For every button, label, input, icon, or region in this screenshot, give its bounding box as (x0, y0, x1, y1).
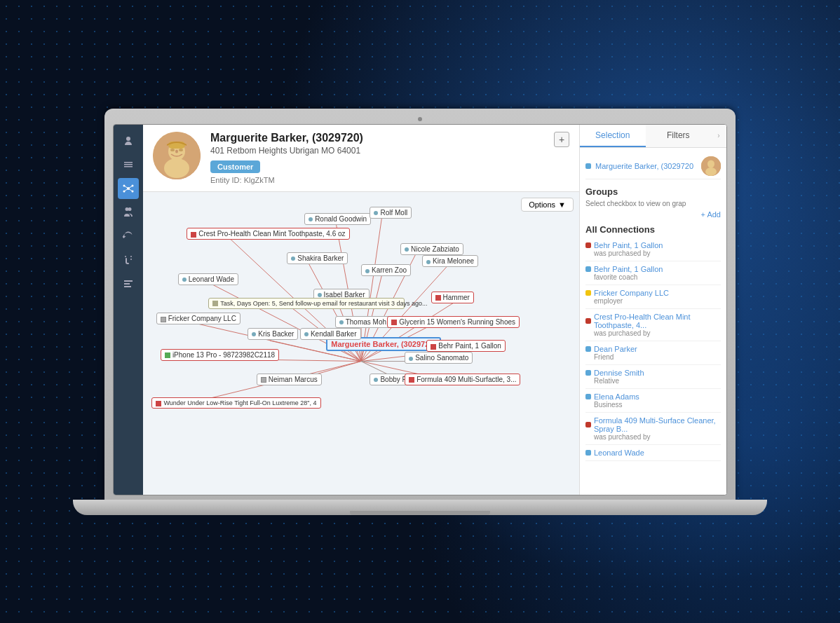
graph-area[interactable]: Options ▼ (143, 192, 579, 495)
svg-line-40 (361, 361, 405, 382)
connection-item-5: Dennise Smith Relative (585, 365, 721, 389)
connection-name-0[interactable]: Behr Paint, 1 Gallon (585, 241, 721, 249)
connection-name-5[interactable]: Dennise Smith (585, 369, 721, 377)
avatar (153, 132, 201, 179)
svg-line-23 (204, 280, 361, 361)
svg-line-22 (361, 265, 448, 361)
svg-line-5 (124, 186, 128, 189)
sidebar-item-people[interactable] (118, 202, 139, 223)
svg-line-19 (361, 249, 418, 361)
svg-line-8 (128, 189, 133, 191)
screen-bezel: Marguerite Barker, (3029720) 401 Retbom … (104, 109, 736, 500)
svg-point-14 (175, 149, 178, 153)
conn-icon-0 (585, 242, 591, 248)
profile-address: 401 Retbom Heights Ubrigan MO 64001 (210, 146, 544, 156)
connection-item-1: Behr Paint, 1 Gallon favorite coach (585, 261, 721, 285)
profile-entity: Entity ID: KlgZkTM (210, 176, 544, 184)
conn-icon-8 (585, 450, 591, 456)
svg-point-12 (170, 149, 175, 151)
connection-item-3: Crest Pro-Health Clean Mint Toothpaste, … (585, 309, 721, 341)
conn-icon-6 (585, 394, 591, 399)
profile-badge[interactable]: Customer (210, 160, 260, 173)
laptop-screen: Marguerite Barker, (3029720) 401 Retbom … (113, 124, 727, 495)
sidebar-item-checklist[interactable] (118, 273, 139, 294)
main-content: Marguerite Barker, (3029720) 401 Retbom … (143, 125, 579, 495)
svg-line-20 (304, 255, 361, 361)
conn-icon-1 (585, 266, 591, 272)
svg-point-42 (707, 160, 714, 167)
conn-icon-2 (585, 290, 591, 296)
svg-line-37 (361, 361, 457, 382)
right-panel-content: Marguerite Barker, (3029720 Groups (580, 148, 726, 467)
connection-name-7[interactable]: Formula 409 Multi-Surface Cleaner, Spray… (585, 416, 721, 433)
chevron-down-icon: ▼ (558, 200, 566, 209)
svg-line-29 (361, 325, 431, 361)
conn-icon-7 (585, 422, 591, 427)
connection-item-8: Leonard Wade (585, 445, 721, 461)
connection-rel-7: was purchased by (594, 433, 721, 441)
app-container: Marguerite Barker, (3029720) 401 Retbom … (114, 125, 726, 495)
connection-rel-4: Friend (594, 353, 721, 361)
sidebar-item-person[interactable] (118, 130, 139, 151)
sidebar-item-branch[interactable] (118, 249, 139, 271)
svg-line-17 (361, 210, 383, 361)
sidebar-item-refresh[interactable] (118, 226, 139, 247)
selection-item: Marguerite Barker, (3029720 (585, 153, 721, 179)
connection-item-6: Elena Adams Business (585, 389, 721, 413)
connection-name-1[interactable]: Behr Paint, 1 Gallon (585, 265, 721, 273)
right-panel: Selection Filters › Marguerite Barker, (… (579, 125, 726, 495)
connection-rel-6: Business (594, 401, 721, 409)
selection-item-icon (585, 163, 591, 169)
connection-rel-0: was purchased by (594, 249, 721, 257)
svg-line-7 (124, 189, 128, 191)
connection-item-7: Formula 409 Multi-Surface Cleaner, Spray… (585, 413, 721, 445)
connection-name-6[interactable]: Elena Adams (585, 392, 721, 401)
svg-line-38 (187, 361, 361, 404)
connection-rel-2: employer (594, 297, 721, 305)
connection-rel-5: Relative (594, 377, 721, 385)
svg-line-32 (361, 349, 461, 361)
selection-item-avatar (701, 156, 721, 176)
graph-svg (143, 192, 579, 495)
right-panel-tabs: Selection Filters › (580, 125, 726, 148)
connection-item-2: Fricker Company LLC employer (585, 285, 721, 309)
conn-icon-5 (585, 370, 591, 376)
connection-name-3[interactable]: Crest Pro-Health Clean Mint Toothpaste, … (585, 313, 721, 329)
connection-item-4: Dean Parker Friend (585, 341, 721, 365)
svg-point-13 (179, 149, 183, 151)
profile-name: Marguerite Barker, (3029720) (210, 132, 544, 144)
svg-line-26 (361, 301, 457, 361)
connections-title: All Connections (585, 224, 721, 235)
connection-name-4[interactable]: Dean Parker (585, 345, 721, 353)
tab-filters[interactable]: Filters (646, 125, 712, 147)
camera-dot (418, 117, 422, 121)
sidebar-item-list[interactable] (118, 154, 139, 175)
profile-info: Marguerite Barker, (3029720) 401 Retbom … (210, 132, 544, 184)
connection-name-2[interactable]: Fricker Company LLC (585, 289, 721, 297)
connection-rel-3: was purchased by (594, 329, 721, 337)
add-button[interactable]: + (554, 132, 569, 147)
svg-line-6 (128, 186, 133, 189)
tab-selection[interactable]: Selection (580, 125, 646, 147)
profile-header: Marguerite Barker, (3029720) 401 Retbom … (143, 125, 579, 192)
sidebar-item-network[interactable] (118, 178, 139, 199)
svg-line-16 (334, 216, 361, 361)
laptop-container: Marguerite Barker, (3029720) 401 Retbom … (104, 109, 736, 515)
groups-hint: Select checkbox to view on grap (585, 200, 721, 207)
selection-item-name[interactable]: Marguerite Barker, (3029720 (595, 162, 697, 170)
tab-arrow[interactable]: › (711, 125, 726, 147)
conn-icon-4 (585, 346, 591, 352)
left-sidebar (114, 125, 143, 495)
options-button[interactable]: Options ▼ (521, 198, 574, 212)
connection-name-8[interactable]: Leonard Wade (585, 449, 721, 457)
connection-item-0: Behr Paint, 1 Gallon was purchased by (585, 238, 721, 261)
svg-point-11 (164, 158, 189, 178)
groups-add-button[interactable]: + Add (585, 210, 721, 219)
svg-line-18 (226, 234, 361, 361)
connection-rel-1: favorite coach (594, 273, 721, 281)
svg-point-43 (705, 167, 717, 176)
groups-title: Groups (585, 186, 721, 197)
laptop-base (73, 500, 767, 515)
svg-line-33 (191, 358, 361, 361)
conn-icon-3 (585, 318, 591, 324)
